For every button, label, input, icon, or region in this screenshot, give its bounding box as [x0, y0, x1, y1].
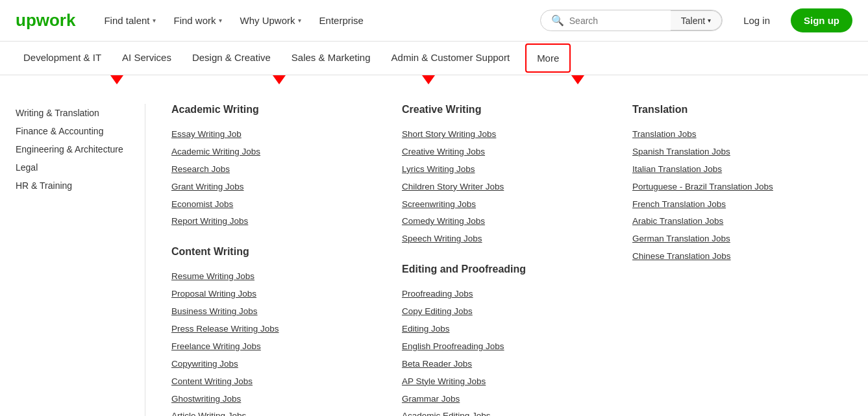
category-title-translation: Translation	[632, 104, 842, 116]
category-link-item[interactable]: AP Style Writing Jobs	[402, 373, 612, 391]
search-inner: 🔍	[541, 10, 671, 31]
dropdown-menu: Writing & Translation Finance & Accounti…	[0, 88, 868, 416]
secondary-nav-item-ai[interactable]: AI Services	[114, 42, 179, 75]
category-link-item[interactable]: Short Story Writing Jobs	[402, 126, 612, 143]
secondary-nav-item-design[interactable]: Design & Creative	[184, 42, 279, 75]
chevron-down-icon: ▾	[708, 17, 711, 24]
primary-nav: Find talent ▾ Find work ▾ Why Upwork ▾ E…	[96, 10, 524, 31]
category-link-item[interactable]: Lyrics Writing Jobs	[402, 161, 612, 178]
logo[interactable]: upwork	[16, 10, 75, 31]
category-link-item[interactable]: Press Release Writing Jobs	[171, 321, 381, 338]
arrow-indicator-4	[571, 75, 584, 84]
creative-links: Short Story Writing JobsCreative Writing…	[402, 126, 612, 248]
nav-enterprise[interactable]: Enterprise	[312, 10, 371, 31]
category-link-item[interactable]: English Proofreading Jobs	[402, 338, 612, 356]
logo-text: upwork	[16, 10, 75, 31]
sidebar-item-finance[interactable]: Finance & Accounting	[16, 122, 129, 140]
chevron-down-icon: ▾	[153, 17, 156, 24]
category-link-item[interactable]: German Translation Jobs	[632, 230, 842, 248]
category-link-item[interactable]: Copywriting Jobs	[171, 356, 381, 373]
sidebar-item-hr[interactable]: HR & Training	[16, 177, 129, 195]
category-link-item[interactable]: Copy Editing Jobs	[402, 303, 612, 321]
category-link-item[interactable]: Beta Reader Jobs	[402, 356, 612, 373]
category-link-item[interactable]: Children Story Writer Jobs	[402, 178, 612, 196]
category-link-item[interactable]: Academic Editing Jobs	[402, 408, 612, 416]
main-header: upwork Find talent ▾ Find work ▾ Why Upw…	[0, 0, 868, 42]
category-link-item[interactable]: Article Writing Jobs	[171, 408, 381, 416]
arrow-indicator-3	[422, 75, 435, 84]
talent-dropdown-button[interactable]: Talent ▾	[671, 10, 722, 31]
arrow-indicator-1	[110, 75, 123, 84]
category-col-academic-content: Academic Writing Essay Writing JobAcadem…	[161, 104, 391, 416]
category-link-item[interactable]: Translation Jobs	[632, 126, 842, 143]
category-col-translation: Translation Translation JobsSpanish Tran…	[622, 104, 852, 416]
translation-links: Translation JobsSpanish Translation Jobs…	[632, 126, 842, 265]
secondary-nav-item-sales[interactable]: Sales & Marketing	[284, 42, 378, 75]
nav-find-work[interactable]: Find work ▾	[166, 10, 230, 31]
nav-why-upwork[interactable]: Why Upwork ▾	[232, 10, 309, 31]
search-input[interactable]	[569, 16, 660, 26]
category-link-item[interactable]: Arabic Translation Jobs	[632, 213, 842, 230]
arrow-row	[0, 75, 868, 88]
category-link-item[interactable]: Proofreading Jobs	[402, 286, 612, 303]
search-icon: 🔍	[551, 14, 564, 27]
category-link-item[interactable]: Freelance Writing Jobs	[171, 338, 381, 356]
category-link-item[interactable]: Grammar Jobs	[402, 391, 612, 408]
category-link-item[interactable]: Resume Writing Jobs	[171, 268, 381, 286]
nav-find-talent[interactable]: Find talent ▾	[96, 10, 163, 31]
sidebar-item-writing[interactable]: Writing & Translation	[16, 104, 129, 122]
category-link-item[interactable]: Editing Jobs	[402, 321, 612, 338]
category-link-item[interactable]: Essay Writing Job	[171, 126, 381, 143]
category-col-creative-editing: Creative Writing Short Story Writing Job…	[391, 104, 622, 416]
category-link-item[interactable]: Business Writing Jobs	[171, 303, 381, 321]
category-link-item[interactable]: Economist Jobs	[171, 196, 381, 214]
category-link-item[interactable]: Content Writing Jobs	[171, 373, 381, 391]
signup-button[interactable]: Sign up	[791, 8, 852, 32]
category-title-creative: Creative Writing	[402, 104, 612, 116]
category-link-item[interactable]: Research Jobs	[171, 161, 381, 178]
category-title-editing: Editing and Proofreading	[402, 263, 612, 275]
secondary-nav-item-dev[interactable]: Development & IT	[16, 42, 109, 75]
category-link-item[interactable]: Academic Writing Jobs	[171, 143, 381, 161]
academic-links: Essay Writing JobAcademic Writing JobsRe…	[171, 126, 381, 230]
category-link-item[interactable]: French Translation Jobs	[632, 196, 842, 214]
login-button[interactable]: Log in	[733, 10, 780, 31]
category-title-content: Content Writing	[171, 246, 381, 258]
chevron-down-icon: ▾	[219, 17, 222, 24]
categories-area: Academic Writing Essay Writing JobAcadem…	[145, 104, 852, 416]
category-link-item[interactable]: Screenwriting Jobs	[402, 196, 612, 214]
category-link-item[interactable]: Proposal Writing Jobs	[171, 286, 381, 303]
sidebar-item-legal[interactable]: Legal	[16, 158, 129, 177]
content-links: Resume Writing JobsProposal Writing Jobs…	[171, 268, 381, 416]
category-link-item[interactable]: Report Writing Jobs	[171, 213, 381, 230]
category-link-item[interactable]: Grant Writing Jobs	[171, 178, 381, 196]
category-link-item[interactable]: Speech Writing Jobs	[402, 230, 612, 248]
category-title-academic: Academic Writing	[171, 104, 381, 116]
dropdown-container: Writing & Translation Finance & Accounti…	[0, 75, 868, 416]
sidebar-item-engineering[interactable]: Engineering & Architecture	[16, 140, 129, 158]
sidebar-column: Writing & Translation Finance & Accounti…	[16, 104, 145, 416]
search-wrapper: 🔍 Talent ▾	[540, 10, 723, 31]
arrow-indicator-2	[273, 75, 286, 84]
category-link-item[interactable]: Italian Translation Jobs	[632, 161, 842, 178]
category-link-item[interactable]: Chinese Translation Jobs	[632, 248, 842, 265]
editing-links: Proofreading JobsCopy Editing JobsEditin…	[402, 286, 612, 416]
category-link-item[interactable]: Portuguese - Brazil Translation Jobs	[632, 178, 842, 196]
category-link-item[interactable]: Ghostwriting Jobs	[171, 391, 381, 408]
header-right: 🔍 Talent ▾ Log in Sign up	[540, 8, 852, 32]
category-link-item[interactable]: Spanish Translation Jobs	[632, 143, 842, 161]
chevron-down-icon: ▾	[298, 17, 301, 24]
secondary-nav-more-button[interactable]: More	[525, 43, 571, 73]
secondary-nav-item-admin[interactable]: Admin & Customer Support	[384, 42, 518, 75]
category-link-item[interactable]: Comedy Writing Jobs	[402, 213, 612, 230]
secondary-nav: Development & IT AI Services Design & Cr…	[0, 42, 868, 75]
category-link-item[interactable]: Creative Writing Jobs	[402, 143, 612, 161]
